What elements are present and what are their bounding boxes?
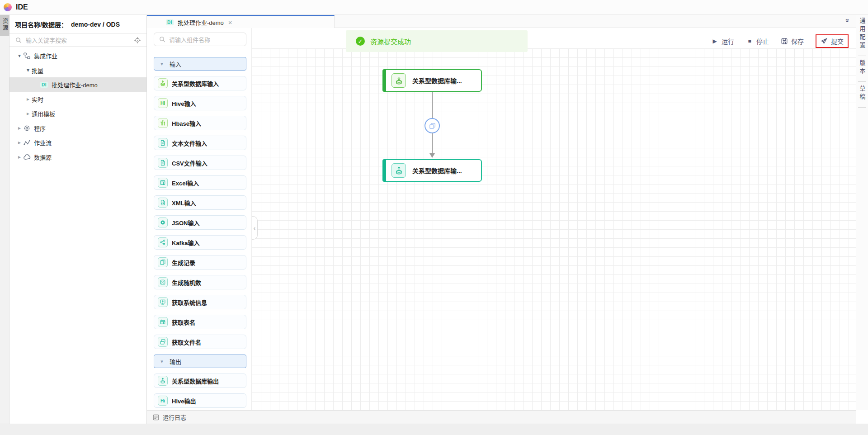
- editor-tab-bar: DI 批处理作业-demo × »: [147, 15, 856, 28]
- palette-item-label: 生成随机数: [172, 278, 201, 287]
- caret-right-icon[interactable]: ▸: [24, 110, 32, 117]
- palette-item[interactable]: 文本文件输入: [154, 136, 246, 150]
- palette-item[interactable]: JSON输入: [154, 215, 246, 230]
- palette-item[interactable]: HiHive输入: [154, 96, 246, 110]
- palette-section-header[interactable]: ▾输出: [154, 355, 246, 368]
- palette-item[interactable]: Hbase输入: [154, 116, 246, 130]
- palette-item[interactable]: 关系型数据库输出: [154, 374, 246, 388]
- palette-item[interactable]: 获取表名: [154, 315, 246, 329]
- right-tab-general-config[interactable]: 通用配置: [858, 15, 866, 56]
- palette-item-label: XML输入: [172, 199, 196, 207]
- caret-right-icon[interactable]: ▸: [16, 154, 23, 160]
- close-icon[interactable]: ×: [228, 19, 232, 26]
- left-tab-strip: 资源: [0, 15, 9, 424]
- run-log-label: 运行日志: [163, 413, 186, 421]
- caret-down-icon[interactable]: ▾: [154, 61, 170, 67]
- caret-down-icon[interactable]: ▾: [24, 67, 32, 73]
- caret-right-icon[interactable]: ▸: [16, 139, 23, 146]
- tree-item[interactable]: ▸实时: [9, 92, 146, 106]
- hbase-icon: [158, 118, 168, 128]
- integration-icon: [23, 52, 31, 60]
- copy-icon[interactable]: [425, 118, 440, 133]
- file-name-icon: [158, 337, 168, 347]
- palette-section-label: 输入: [170, 60, 181, 68]
- dice-icon: [158, 277, 168, 287]
- excel-icon: [158, 178, 168, 188]
- run-icon: ▶: [711, 38, 718, 45]
- palette-item[interactable]: 获取文件名: [154, 335, 246, 349]
- palette-item[interactable]: XML输入: [154, 195, 246, 210]
- palette-item-label: 获取系统信息: [172, 298, 207, 307]
- palette-item[interactable]: Excel输入: [154, 175, 246, 190]
- palette-item[interactable]: 生成随机数: [154, 275, 246, 289]
- palette-item[interactable]: HiHive输出: [154, 393, 246, 408]
- save-icon: [781, 38, 788, 45]
- tree-search-placeholder: 输入关键字搜索: [26, 36, 134, 44]
- tree-item[interactable]: ▸程序: [9, 121, 146, 135]
- run-log-bar[interactable]: 运行日志: [147, 410, 856, 424]
- palette-item[interactable]: 生成记录: [154, 255, 246, 270]
- submit-highlight-box: 提交: [816, 34, 849, 48]
- json-icon: [158, 218, 168, 227]
- palette-section-header[interactable]: ▾输入: [154, 57, 246, 71]
- database-input-icon: [392, 73, 406, 88]
- kafka-icon: [158, 237, 168, 247]
- workflow-icon: [23, 139, 31, 147]
- tree-item-label: 批量: [32, 66, 43, 75]
- palette-item[interactable]: CSV文件输入: [154, 156, 246, 170]
- palette-search-input[interactable]: 请输入组件名称: [154, 33, 246, 46]
- status-footer: [0, 424, 868, 435]
- caret-down-icon[interactable]: ▾: [154, 359, 170, 364]
- node-accent-bar: [382, 159, 386, 182]
- hive-icon: Hi: [158, 98, 168, 108]
- palette-item[interactable]: 关系型数据库输入: [154, 76, 246, 90]
- right-tab-strip: 通用配置 版本 草稿: [856, 15, 868, 410]
- search-icon: [15, 37, 22, 44]
- table-name-icon: [158, 317, 168, 327]
- tab-batch-job-demo[interactable]: DI 批处理作业-demo ×: [147, 15, 335, 28]
- tree-item-label: 批处理作业-demo: [52, 80, 98, 89]
- palette-item-label: Hive输入: [172, 99, 196, 108]
- project-header-label: 项目名称/数据层：: [15, 20, 67, 29]
- save-button[interactable]: 保存: [781, 37, 804, 46]
- toast-text: 资源提交成功: [370, 37, 411, 46]
- run-button[interactable]: ▶ 运行: [711, 37, 734, 46]
- caret-right-icon[interactable]: ▸: [24, 96, 32, 102]
- canvas-node-db-input[interactable]: 关系型数据库输...: [382, 69, 482, 92]
- caret-right-icon[interactable]: ▸: [16, 125, 23, 131]
- tree-item[interactable]: ▸数据源: [9, 150, 146, 164]
- tree-item[interactable]: ▾集成作业: [9, 48, 146, 63]
- system-info-icon: [158, 297, 168, 307]
- locate-icon[interactable]: [134, 37, 141, 44]
- database-output-icon: [392, 163, 406, 178]
- stop-button[interactable]: ■ 停止: [746, 37, 769, 46]
- edge-arrowhead-icon: [429, 153, 435, 158]
- palette-item[interactable]: 获取系统信息: [154, 295, 246, 309]
- tree-item[interactable]: DI批处理作业-demo: [9, 77, 146, 92]
- palette-item-label: 文本文件输入: [172, 139, 207, 147]
- palette-item-label: Hbase输入: [172, 119, 201, 128]
- flow-canvas[interactable]: ✓ 资源提交成功 ▶ 运行 ■ 停止 保存 提交: [252, 28, 856, 410]
- tree-item-label: 作业流: [34, 138, 52, 147]
- submit-button[interactable]: 提交: [821, 37, 844, 46]
- palette-item[interactable]: Kafka输入: [154, 235, 246, 250]
- chevrons-down-icon[interactable]: »: [846, 17, 849, 24]
- log-icon: [152, 414, 160, 421]
- gear-icon: [23, 124, 31, 132]
- csv-file-icon: [158, 158, 168, 168]
- palette-collapse-handle[interactable]: ‹: [252, 216, 258, 240]
- tree-item[interactable]: ▸通用模板: [9, 106, 146, 121]
- tree-item[interactable]: ▾批量: [9, 63, 146, 77]
- project-panel-header: 项目名称/数据层： demo-dev / ODS: [9, 15, 146, 34]
- caret-down-icon[interactable]: ▾: [16, 52, 23, 59]
- canvas-node-db-output[interactable]: 关系型数据库输...: [382, 159, 482, 182]
- tree-item-label: 数据源: [34, 153, 52, 161]
- left-strip-tab-resources[interactable]: 资源: [0, 15, 9, 36]
- right-tab-versions[interactable]: 版本: [858, 56, 866, 82]
- right-tab-drafts[interactable]: 草稿: [858, 82, 866, 108]
- tree-search-row[interactable]: 输入关键字搜索: [9, 34, 146, 47]
- text-file-icon: [158, 138, 168, 148]
- tree-item[interactable]: ▸作业流: [9, 135, 146, 150]
- datasource-icon: [23, 153, 31, 161]
- palette-item-label: JSON输入: [172, 218, 199, 227]
